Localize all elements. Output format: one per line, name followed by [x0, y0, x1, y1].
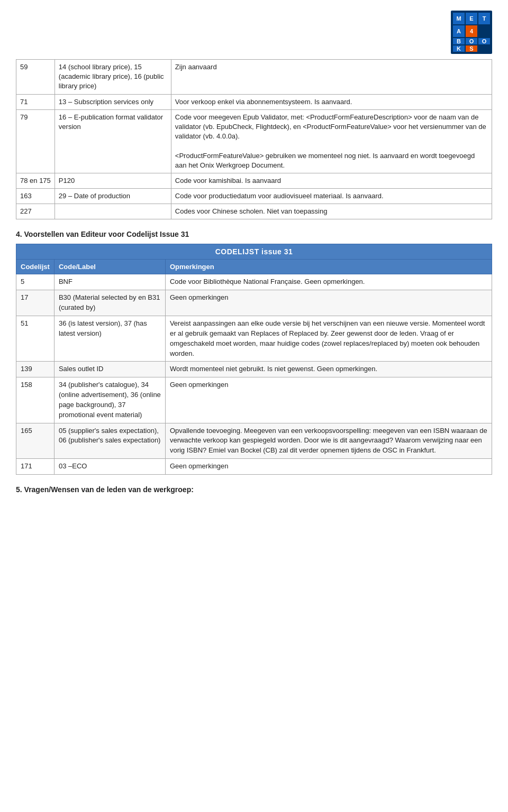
col-header-opmerkingen: Opmerkingen: [165, 260, 492, 274]
logo-cell-spacer: [478, 25, 490, 37]
codelabel-cell: 36 (is latest version), 37 (has latest v…: [54, 316, 165, 361]
main-content-table: 5914 (school library price), 15 (academi…: [16, 59, 492, 219]
logo-cell-o2: O: [478, 38, 490, 44]
list-item: 17B30 (Material selected by en B31 (cura…: [16, 290, 492, 316]
opmerkingen-cell: Vereist aanpassingen aan elke oude versi…: [165, 316, 492, 361]
cell-description: Voor verkoop enkel via abonnementsysteem…: [171, 94, 492, 109]
cell-description: Code voor meegeven Epub Validator, met: …: [171, 109, 492, 173]
list-item: 139Sales outlet IDWordt momenteel niet g…: [16, 362, 492, 377]
table-row: 5914 (school library price), 15 (academi…: [16, 60, 492, 95]
logo-cell-spacer2: [478, 45, 490, 52]
codelist-table: CODELIJST issue 31 Codelijst Code/Label …: [16, 244, 492, 475]
codelijst-cell: 5: [16, 274, 55, 290]
opmerkingen-cell: Wordt momenteel niet gebruikt. Is niet g…: [165, 362, 492, 377]
cell-code: 59: [16, 60, 55, 95]
logo-cell-e: E: [466, 13, 477, 24]
logo-cell-k: K: [453, 45, 465, 52]
cell-code: 71: [16, 94, 55, 109]
cell-description: Zijn aanvaard: [171, 60, 492, 95]
table-row: 78 en 175P120Code voor kamishibai. Is aa…: [16, 173, 492, 188]
opmerkingen-cell: Geen opmerkingen: [165, 459, 492, 475]
logo-cell-t: T: [478, 13, 490, 24]
logo-cell-a: A: [453, 25, 465, 37]
meta4books-logo: M E T A 4 B O O K S: [451, 11, 492, 54]
logo-cell-b: B: [453, 38, 465, 44]
codelijst-cell: 17: [16, 290, 55, 316]
list-item: 16505 (supplier's sales expectation),06 …: [16, 423, 492, 459]
cell-description: Codes voor Chinese scholen. Niet van toe…: [171, 204, 492, 219]
codelijst-cell: 51: [16, 316, 55, 361]
list-item: 17103 –ECOGeen opmerkingen: [16, 459, 492, 475]
section4-heading: 4. Voorstellen van Editeur voor Codelijs…: [16, 230, 492, 238]
col-header-codelijst: Codelijst: [16, 260, 55, 274]
opmerkingen-cell: Opvallende toevoeging. Meegeven van een …: [165, 423, 492, 459]
logo-cell-m: M: [453, 13, 465, 24]
opmerkingen-cell: Code voor Bibliothèque National Français…: [165, 274, 492, 290]
cell-code: 78 en 175: [16, 173, 55, 188]
table-row: 227Codes voor Chinese scholen. Niet van …: [16, 204, 492, 219]
cell-code: 79: [16, 109, 55, 173]
cell-label: 13 – Subscription services only: [55, 94, 171, 109]
cell-label: [55, 204, 171, 219]
codelabel-cell: 03 –ECO: [54, 459, 165, 475]
section5-heading: 5. Vragen/Wensen van de leden van de wer…: [16, 485, 492, 494]
codelabel-cell: Sales outlet ID: [54, 362, 165, 377]
opmerkingen-cell: Geen opmerkingen: [165, 290, 492, 316]
cell-label: 14 (school library price), 15 (academic …: [55, 60, 171, 95]
codelabel-cell: BNF: [54, 274, 165, 290]
cell-description: Code voor kamishibai. Is aanvaard: [171, 173, 492, 188]
cell-label: 29 – Date of production: [55, 189, 171, 204]
codelabel-cell: B30 (Material selected by en B31 (curate…: [54, 290, 165, 316]
logo-cell-s: S: [466, 45, 477, 52]
logo-cell-o1: O: [466, 38, 477, 44]
codelist-table-title: CODELIJST issue 31: [16, 244, 492, 260]
list-item: 5136 (is latest version), 37 (has latest…: [16, 316, 492, 361]
logo-cell-4: 4: [466, 25, 477, 37]
codelijst-cell: 171: [16, 459, 55, 475]
codelabel-cell: 34 (publisher's catalogue), 34 (online a…: [54, 377, 165, 423]
cell-description: Code voor productiedatum voor audiovisue…: [171, 189, 492, 204]
list-item: 5BNFCode voor Bibliothèque National Fran…: [16, 274, 492, 290]
codelijst-cell: 139: [16, 362, 55, 377]
logo-container: M E T A 4 B O O K S: [16, 11, 492, 54]
codelijst-cell: 165: [16, 423, 55, 459]
cell-code: 163: [16, 189, 55, 204]
opmerkingen-cell: Geen opmerkingen: [165, 377, 492, 423]
col-header-codelabel: Code/Label: [54, 260, 165, 274]
cell-label: 16 – E-publication format validator vers…: [55, 109, 171, 173]
cell-code: 227: [16, 204, 55, 219]
table-row: 7113 – Subscription services onlyVoor ve…: [16, 94, 492, 109]
list-item: 15834 (publisher's catalogue), 34 (onlin…: [16, 377, 492, 423]
table-row: 7916 – E-publication format validator ve…: [16, 109, 492, 173]
table-row: 16329 – Date of productionCode voor prod…: [16, 189, 492, 204]
codelijst-cell: 158: [16, 377, 55, 423]
codelabel-cell: 05 (supplier's sales expectation),06 (pu…: [54, 423, 165, 459]
cell-label: P120: [55, 173, 171, 188]
